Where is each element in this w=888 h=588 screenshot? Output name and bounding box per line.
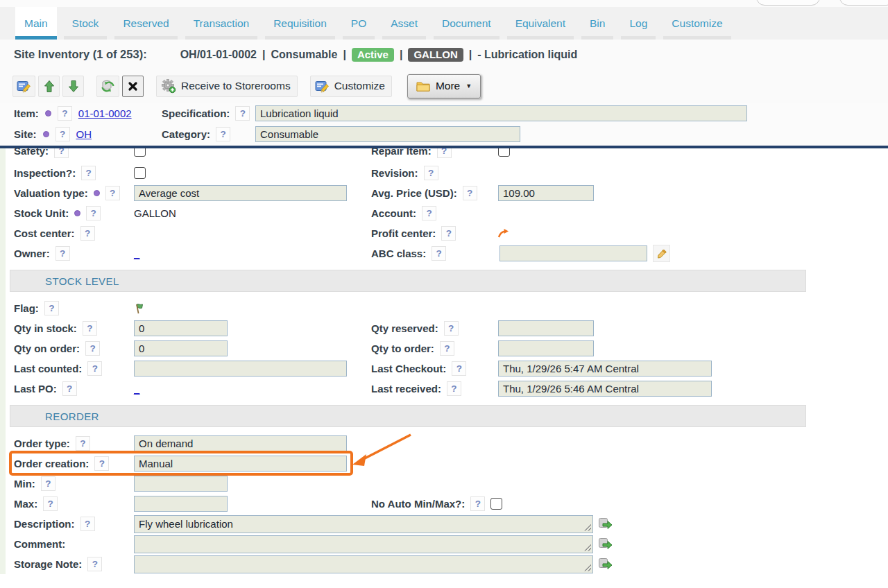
tab-equivalent[interactable]: Equivalent	[506, 7, 574, 40]
safety-checkbox[interactable]	[134, 148, 146, 157]
previous-record-button[interactable]	[38, 76, 60, 97]
tab-requisition[interactable]: Requisition	[264, 7, 336, 40]
resize-handle[interactable]	[584, 564, 591, 571]
next-record-button[interactable]	[62, 76, 84, 97]
arrow-up-icon	[43, 80, 56, 93]
edit-record-button[interactable]	[12, 76, 35, 97]
tab-customize[interactable]: Customize	[663, 7, 731, 40]
avg-price-help-button[interactable]: ?	[463, 186, 477, 200]
stock-unit-help-button[interactable]: ?	[86, 206, 101, 220]
qty-to-order-input[interactable]	[498, 340, 594, 356]
receive-to-storerooms-label: Receive to Storerooms	[181, 80, 291, 92]
qty-reserved-input[interactable]	[498, 320, 594, 336]
specification-help-button[interactable]: ?	[235, 106, 250, 121]
inspection-label: Inspection?:	[14, 167, 76, 179]
comment-expand-button[interactable]	[597, 536, 615, 553]
valuation-type-input[interactable]: Average cost	[134, 185, 347, 201]
tab-transaction[interactable]: Transaction	[185, 7, 258, 40]
qty-to-order-help-button[interactable]: ?	[440, 341, 454, 356]
order-type-help-button[interactable]: ?	[76, 436, 90, 451]
qty-on-order-help-button[interactable]: ?	[85, 341, 100, 356]
storage-note-expand-button[interactable]	[597, 556, 615, 573]
abc-class-input[interactable]	[500, 245, 647, 261]
avg-price-input[interactable]: 109.00	[498, 185, 594, 201]
revision-help-button[interactable]: ?	[424, 166, 438, 180]
last-received-help-button[interactable]: ?	[447, 381, 461, 396]
required-dot-icon	[94, 190, 100, 196]
last-po-help-button[interactable]: ?	[62, 381, 77, 396]
order-creation-input[interactable]: Manual	[134, 456, 347, 472]
item-link[interactable]: 01-01-0002	[78, 107, 132, 119]
refresh-data-button[interactable]	[96, 76, 119, 97]
safety-help-button[interactable]: ?	[54, 148, 69, 158]
order-type-input[interactable]: On demand	[134, 435, 347, 451]
resize-handle[interactable]	[584, 544, 591, 551]
last-counted-input[interactable]	[134, 361, 347, 377]
resize-handle[interactable]	[584, 524, 591, 531]
item-help-button[interactable]: ?	[58, 106, 72, 121]
tab-asset[interactable]: Asset	[382, 7, 427, 40]
category-help-button[interactable]: ?	[216, 127, 230, 141]
last-po-link[interactable]: _	[134, 383, 139, 395]
customize-form-icon	[315, 79, 330, 94]
order-creation-help-button[interactable]: ?	[94, 456, 109, 471]
min-input[interactable]	[134, 476, 228, 492]
storage-note-textarea[interactable]	[134, 555, 593, 573]
clipped-pill-button[interactable]	[839, 0, 888, 6]
more-menu-button[interactable]: More ▼	[407, 74, 481, 98]
cost-center-help-button[interactable]: ?	[80, 226, 95, 241]
specification-input[interactable]: Lubrication liquid	[255, 105, 747, 121]
valuation-type-help-button[interactable]: ?	[105, 186, 120, 200]
tab-stock[interactable]: Stock	[63, 7, 108, 40]
item-label: Item:	[14, 107, 39, 119]
gear-plus-icon	[161, 78, 176, 94]
receive-to-storerooms-button[interactable]: Receive to Storerooms	[156, 76, 298, 97]
qty-in-stock-help-button[interactable]: ?	[83, 321, 97, 336]
tab-document[interactable]: Document	[433, 7, 500, 40]
description-help-button[interactable]: ?	[80, 517, 95, 531]
owner-help-button[interactable]: ?	[56, 246, 70, 261]
max-input[interactable]	[134, 496, 228, 512]
qty-on-order-input[interactable]: 0	[134, 340, 228, 356]
abc-class-edit-button[interactable]	[653, 245, 670, 262]
last-checkout-input[interactable]: Thu, 1/29/26 5:47 AM Central	[498, 361, 712, 377]
min-help-button[interactable]: ?	[41, 476, 56, 491]
tab-log[interactable]: Log	[620, 7, 656, 40]
customize-button[interactable]: Customize	[310, 76, 392, 97]
no-auto-minmax-help-button[interactable]: ?	[470, 496, 485, 511]
storage-note-help-button[interactable]: ?	[87, 557, 102, 571]
close-record-button[interactable]	[122, 76, 144, 97]
inspection-help-button[interactable]: ?	[81, 166, 96, 180]
form-content: Safety: ? Repair Item: ? Inspection?: ? …	[0, 148, 888, 574]
field-row-item: Item: ? 01-01-0002 Specification: ? Lubr…	[0, 103, 888, 123]
account-help-button[interactable]: ?	[422, 206, 436, 220]
max-help-button[interactable]: ?	[43, 496, 58, 511]
qty-in-stock-input[interactable]: 0	[134, 320, 228, 336]
owner-link[interactable]: _	[134, 248, 139, 259]
flag-help-button[interactable]: ?	[44, 301, 59, 315]
qty-reserved-help-button[interactable]: ?	[444, 321, 459, 336]
no-auto-minmax-checkbox[interactable]	[490, 498, 502, 510]
tab-bin[interactable]: Bin	[581, 7, 614, 40]
last-received-input[interactable]: Thu, 1/29/26 5:46 AM Central	[498, 381, 712, 397]
abc-class-label: ABC class:	[371, 248, 426, 259]
description-expand-button[interactable]	[597, 516, 615, 533]
abc-class-help-button[interactable]: ?	[432, 246, 446, 261]
stock-unit-label: Stock Unit:	[14, 207, 69, 219]
last-checkout-help-button[interactable]: ?	[452, 361, 466, 376]
repair-item-checkbox[interactable]	[498, 148, 510, 157]
category-input[interactable]: Consumable	[255, 126, 520, 142]
comment-textarea[interactable]	[134, 535, 593, 553]
last-counted-help-button[interactable]: ?	[87, 361, 102, 376]
repair-item-label: Repair Item:	[371, 148, 432, 157]
description-textarea[interactable]: Fly wheel lubrication	[134, 515, 593, 533]
inspection-checkbox[interactable]	[134, 167, 146, 179]
profit-center-help-button[interactable]: ?	[441, 226, 456, 241]
tab-po[interactable]: PO	[342, 7, 375, 40]
tab-main[interactable]: Main	[15, 7, 57, 40]
site-link[interactable]: OH	[76, 128, 92, 140]
tab-reserved[interactable]: Reserved	[114, 7, 178, 40]
clipped-pill-button[interactable]	[756, 0, 820, 6]
repair-item-help-button[interactable]: ?	[437, 148, 452, 158]
site-help-button[interactable]: ?	[56, 127, 70, 141]
